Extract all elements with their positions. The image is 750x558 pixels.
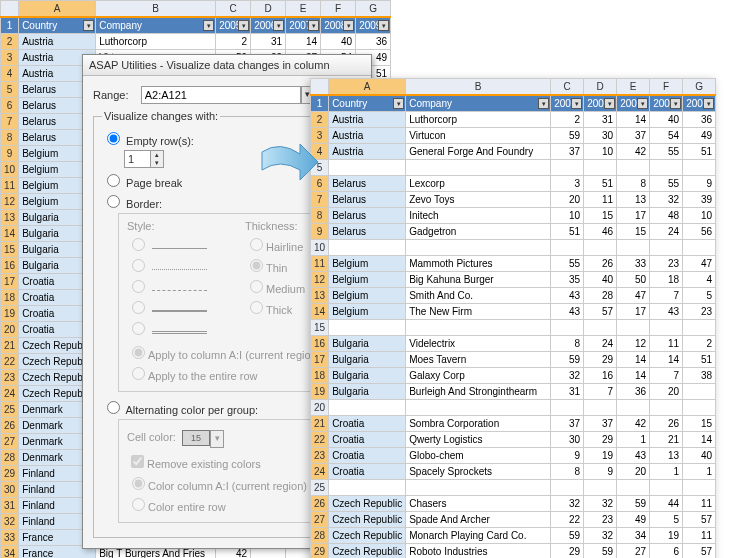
cell-value[interactable]: 7 [650,288,683,304]
cell-country[interactable]: Belgium [329,304,406,320]
cell-value[interactable]: 14 [617,368,650,384]
cell-value[interactable]: 32 [584,528,617,544]
cell[interactable] [551,160,584,176]
row-header[interactable]: 4 [1,66,19,82]
empty-rows-spinner[interactable]: 1▴▾ [124,150,164,168]
row-header[interactable]: 21 [311,416,329,432]
cell-value[interactable]: 40 [683,448,716,464]
cell[interactable] [584,480,617,496]
cell-value[interactable]: 40 [650,112,683,128]
row-header[interactable]: 14 [311,304,329,320]
cell-value[interactable]: 11 [683,496,716,512]
row-header[interactable]: 13 [311,288,329,304]
cell-value[interactable]: 32 [551,496,584,512]
cell-value[interactable]: 14 [650,352,683,368]
header-year[interactable]: 2005▾ [216,17,251,34]
row-header[interactable]: 5 [1,82,19,98]
cell-country[interactable]: Bulgaria [329,384,406,400]
cell[interactable] [584,320,617,336]
filter-icon[interactable]: ▾ [538,98,549,109]
cell-value[interactable]: 32 [551,368,584,384]
cell[interactable] [683,160,716,176]
row-header[interactable]: 6 [1,98,19,114]
cell-value[interactable]: 24 [584,336,617,352]
cell-value[interactable]: 10 [551,208,584,224]
cell-value[interactable]: 20 [617,464,650,480]
col-header-f[interactable]: F [321,1,356,18]
cell-country[interactable]: Austria [329,128,406,144]
cell-company[interactable]: Luthorcorp [406,112,551,128]
cell-value[interactable]: 55 [650,176,683,192]
row-header[interactable]: 30 [1,482,19,498]
filter-icon[interactable]: ▾ [703,98,714,109]
cell-value[interactable]: 59 [584,544,617,559]
spinner-arrows-icon[interactable]: ▴▾ [150,151,163,167]
cell-company[interactable]: Spade And Archer [406,512,551,528]
cell[interactable] [650,320,683,336]
cell-value[interactable]: 43 [617,448,650,464]
row-header[interactable]: 33 [1,530,19,546]
corner-cell[interactable] [1,1,19,18]
cell-value[interactable]: 31 [551,384,584,400]
header-year[interactable]: 2008▾ [321,17,356,34]
cell-country[interactable]: Czech Republic [329,496,406,512]
cell-value[interactable]: 23 [584,512,617,528]
cell-value[interactable]: 51 [584,176,617,192]
row-header[interactable]: 12 [1,194,19,210]
cell-value[interactable]: 47 [617,288,650,304]
cell[interactable] [683,320,716,336]
filter-icon[interactable]: ▾ [670,98,681,109]
cell-company[interactable]: Moes Tavern [406,352,551,368]
alt-color-radio[interactable] [107,401,120,414]
filter-icon[interactable]: ▾ [393,98,404,109]
row-header[interactable]: 28 [1,450,19,466]
cell-value[interactable]: 27 [617,544,650,559]
cell[interactable] [584,160,617,176]
cell-value[interactable]: 13 [650,448,683,464]
row-header[interactable]: 10 [311,240,329,256]
cell[interactable] [551,320,584,336]
row-header[interactable]: 20 [1,322,19,338]
cell[interactable] [329,160,406,176]
cell-value[interactable]: 55 [551,256,584,272]
cell-value[interactable]: 1 [683,464,716,480]
cell-value[interactable]: 43 [551,304,584,320]
filter-icon[interactable]: ▾ [604,98,615,109]
cell-value[interactable]: 5 [650,512,683,528]
cell-country[interactable]: Czech Republic [329,512,406,528]
cell-value[interactable]: 48 [650,208,683,224]
row-header[interactable]: 12 [311,272,329,288]
cell[interactable] [329,240,406,256]
row-header[interactable]: 8 [311,208,329,224]
cell-value[interactable]: 9 [683,176,716,192]
cell-company[interactable]: Mammoth Pictures [406,256,551,272]
cell-value[interactable]: 15 [683,416,716,432]
cell-value[interactable]: 14 [683,432,716,448]
cell[interactable] [650,480,683,496]
cell-value[interactable]: 35 [551,272,584,288]
cell-value[interactable]: 30 [551,432,584,448]
header-year[interactable]: 2009▾ [356,17,391,34]
cell-value[interactable]: 57 [584,304,617,320]
cell-value[interactable]: 50 [617,272,650,288]
cell-country[interactable]: Bulgaria [329,352,406,368]
cell[interactable] [683,240,716,256]
border-radio[interactable] [107,195,120,208]
cell-value[interactable]: 6 [650,544,683,559]
cell-company[interactable]: Initech [406,208,551,224]
cell-value[interactable]: 31 [584,112,617,128]
page-break-radio[interactable] [107,174,120,187]
cell-value[interactable]: 2 [216,34,251,50]
cell-value[interactable]: 38 [683,368,716,384]
cell-value[interactable]: 59 [617,496,650,512]
cell-value[interactable]: 28 [584,288,617,304]
cell-company[interactable]: Qwerty Logistics [406,432,551,448]
header-country[interactable]: Country▾ [19,17,96,34]
col-header-g[interactable]: G [683,79,716,96]
row-header[interactable]: 26 [1,418,19,434]
cell-value[interactable]: 39 [683,192,716,208]
filter-icon[interactable]: ▾ [637,98,648,109]
cell-value[interactable]: 24 [650,224,683,240]
cell-value[interactable]: 19 [650,528,683,544]
col-header-e[interactable]: E [617,79,650,96]
